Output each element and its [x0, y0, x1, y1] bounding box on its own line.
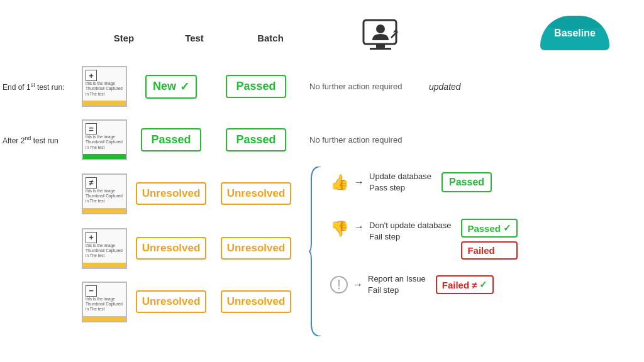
action3-arrow: →	[353, 279, 363, 290]
action3-desc: Report an Issue Fail step	[368, 273, 426, 296]
row4-thumb-text: this is the image Thumbnail Captured in …	[86, 243, 123, 259]
thumbs-down-icon: 👎	[330, 220, 349, 238]
row1-thumb-icon: +	[86, 70, 97, 81]
row1-batch-badge: Passed	[226, 75, 286, 98]
row4-thumb-bar	[83, 263, 126, 268]
row1-thumb: + this is the image Thumbnail Captured i…	[82, 66, 127, 107]
curly-brace	[308, 167, 327, 336]
action2-results: Passed ✓ Failed	[461, 219, 518, 260]
row2-label: After 2nd test run	[0, 135, 82, 145]
action-3: ! → Report an Issue Fail step Failed ≠ ✓	[330, 273, 494, 296]
row5-test-cell: Unresolved	[136, 290, 206, 313]
row1-test-cell: New ✓	[136, 75, 206, 99]
svg-rect-1	[376, 44, 385, 48]
row5-batch-badge: Unresolved	[221, 290, 292, 313]
diagram: Step Test Batch Baseline End of	[0, 0, 644, 362]
svg-point-3	[376, 25, 385, 33]
row2-batch-badge: Passed	[226, 128, 286, 151]
row4-thumb-icon: +	[86, 232, 97, 243]
action2-result-failed: Failed	[461, 241, 518, 260]
row1-action: No further action required	[309, 82, 423, 91]
row3-thumb: ≠ this is the image Thumbnail Captured i…	[82, 173, 127, 214]
row2-test-cell: Passed	[136, 128, 206, 151]
row-3: ≠ this is the image Thumbnail Captured i…	[0, 168, 291, 219]
action1-result: Passed	[441, 172, 492, 192]
header-batch: Batch	[236, 33, 305, 43]
action1-arrow: →	[354, 177, 364, 188]
row5-thumb: − this is the image Thumbnail Captured i…	[82, 282, 127, 322]
row-5: − this is the image Thumbnail Captured i…	[0, 277, 291, 327]
action2-arrow: →	[354, 221, 364, 233]
row4-batch-cell: Unresolved	[221, 237, 291, 260]
row-4: + this is the image Thumbnail Captured i…	[0, 223, 291, 273]
row3-thumb-icon: ≠	[86, 177, 97, 189]
row2-test-badge: Passed	[141, 128, 201, 151]
row1-checkmark: ✓	[180, 80, 189, 94]
header-step: Step	[99, 33, 149, 43]
row5-thumb-icon: −	[86, 285, 97, 297]
row1-batch-cell: Passed	[221, 75, 291, 98]
row5-test-badge: Unresolved	[136, 290, 207, 313]
row3-thumb-text: this is the image Thumbnail Captured in …	[86, 189, 123, 204]
row4-batch-badge: Unresolved	[221, 237, 292, 260]
info-icon: !	[330, 276, 348, 293]
action1-desc: Update database Pass step	[369, 171, 431, 194]
row5-batch-cell: Unresolved	[221, 290, 291, 313]
row1-thumb-bar	[83, 101, 126, 106]
row3-test-cell: Unresolved	[136, 182, 206, 205]
svg-rect-2	[370, 48, 391, 50]
header-test: Test	[160, 33, 229, 43]
row5-thumb-bar	[83, 316, 126, 321]
row2-thumb-bar	[83, 154, 126, 159]
row4-test-cell: Unresolved	[136, 237, 206, 260]
action-1: 👍 → Update database Pass step Passed	[330, 171, 492, 194]
row2-batch-cell: Passed	[221, 128, 291, 151]
row-2: After 2nd test run = this is the image T…	[0, 116, 423, 163]
person-icon	[358, 14, 402, 60]
row4-thumb: + this is the image Thumbnail Captured i…	[82, 228, 127, 269]
row-1: End of 1st test run: + this is the image…	[0, 63, 461, 110]
row2-thumb-icon: =	[86, 123, 97, 134]
row3-batch-badge: Unresolved	[221, 182, 292, 205]
row2-thumb: = this is the image Thumbnail Captured i…	[82, 119, 127, 160]
baseline-cylinder: Baseline	[540, 16, 609, 50]
row4-test-badge: Unresolved	[136, 237, 207, 260]
row3-batch-cell: Unresolved	[221, 182, 291, 205]
action2-result-passed: Passed ✓	[461, 219, 518, 238]
row5-thumb-text: this is the image Thumbnail Captured in …	[86, 297, 123, 312]
row3-thumb-bar	[83, 208, 126, 213]
row1-thumb-text: this is the image Thumbnail Captured in …	[86, 81, 123, 97]
row3-test-badge: Unresolved	[136, 182, 207, 205]
action3-result: Failed ≠ ✓	[436, 275, 494, 294]
baseline-label: Baseline	[554, 28, 596, 39]
action2-desc: Don't update database Fail step	[369, 220, 451, 243]
row1-baseline-note: updated	[429, 82, 461, 92]
row1-test-badge: New ✓	[145, 75, 197, 99]
row1-label: End of 1st test run:	[0, 82, 82, 92]
action-2: 👎 → Don't update database Fail step Pass…	[330, 219, 518, 260]
thumbs-up-icon: 👍	[330, 173, 349, 191]
row1-test-label: New	[153, 80, 176, 93]
row2-thumb-text: this is the image Thumbnail Captured in …	[86, 134, 123, 150]
row2-action: No further action required	[309, 135, 423, 145]
